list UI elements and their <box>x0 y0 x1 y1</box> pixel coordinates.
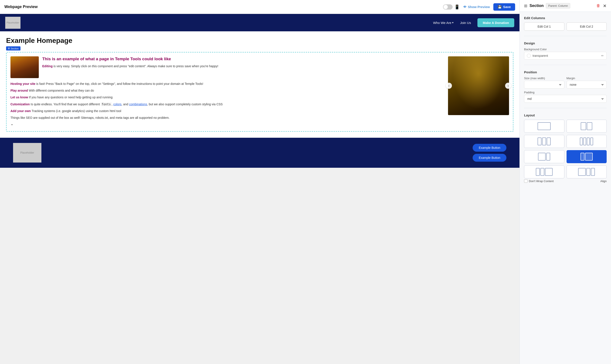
layout-left-wide-icon <box>538 153 550 161</box>
editing-paragraph: Editing is very easy. Simply click on th… <box>42 64 218 68</box>
size-select[interactable] <box>527 83 562 87</box>
edit-col1-button[interactable]: Edit Col 1 <box>524 22 564 31</box>
carousel-image <box>448 56 509 115</box>
margin-select[interactable]: none <box>569 83 604 87</box>
col-1 <box>581 122 586 130</box>
comma1: , <box>111 103 113 106</box>
col-4 <box>590 138 593 145</box>
page-heading: Example Homepage <box>6 37 513 45</box>
layout-right-wide[interactable] <box>567 150 607 163</box>
layout-four-col[interactable] <box>567 135 607 148</box>
col-3 <box>587 138 590 145</box>
layout-three-unequal-right[interactable] <box>567 165 607 178</box>
col-2 <box>583 138 586 145</box>
hosting-paragraph: Hosting your site is fast! Press "Back t… <box>11 81 444 87</box>
parent-badge: Parent: Column <box>546 3 570 9</box>
color-value: transparent <box>533 54 599 57</box>
padding-select[interactable]: md <box>527 97 604 101</box>
preview-toggle[interactable] <box>443 4 453 10</box>
dont-wrap-text: Don't Wrap Content <box>529 180 554 183</box>
col-1 <box>580 138 583 145</box>
customization-paragraph: Cutomization Is quite endless. You'll fi… <box>11 102 444 107</box>
eye-icon: 👁 <box>463 5 467 9</box>
layout-three-icon <box>538 138 551 145</box>
save-icon: 💾 <box>498 5 502 9</box>
carousel-next-button[interactable]: › <box>505 83 511 89</box>
section-left-col: This is an example of what a page in Tem… <box>11 56 444 127</box>
footer-button-2[interactable]: Example Button <box>473 154 506 162</box>
footer-buttons: Example Button Example Button <box>473 144 506 162</box>
site-footer: Placeholder Example Button Example Butto… <box>0 138 519 168</box>
wide-col <box>538 153 546 161</box>
col-1 <box>538 138 542 145</box>
color-circle[interactable] <box>527 54 531 58</box>
nav-link-who-we-are[interactable]: Who We Are ▾ <box>433 21 453 25</box>
col-3 <box>545 168 553 176</box>
right-panel: ⊞ Section Parent: Column 🗑 ✕ Edit Column… <box>519 0 611 364</box>
content-thumbnail <box>11 56 39 78</box>
hosting-highlight: Hosting your site <box>11 82 35 86</box>
customization-text1: Is quite endless. You'll find that we su… <box>30 103 101 106</box>
addyourown-paragraph: Add your own Tracking systems (i.e. goog… <box>11 108 444 114</box>
section-badge-label: Section <box>11 47 19 50</box>
customization-text2: , and <box>121 103 129 106</box>
divider-2 <box>524 65 607 65</box>
layout-single-col[interactable] <box>524 120 564 133</box>
nav-links: Who We Are ▾ Join Us Make A Donation <box>433 18 514 27</box>
site-logo: Placeholder <box>5 17 20 29</box>
donate-button[interactable]: Make A Donation <box>477 18 514 27</box>
edit-columns-section: Edit Columns Edit Col 1 Edit Col 2 <box>524 16 607 31</box>
list-item <box>15 122 444 127</box>
letusknow-paragraph: Let us know If you have any questions or… <box>11 95 444 100</box>
content-row-top: This is an example of what a page in Tem… <box>11 56 444 78</box>
editing-text: is very easy. Simply click on this compo… <box>53 65 218 68</box>
padding-input[interactable]: md <box>524 95 607 103</box>
margin-input[interactable]: none <box>567 81 607 89</box>
show-preview-button[interactable]: 👁 Show Preview <box>463 5 490 9</box>
layout-left-wide[interactable] <box>524 150 564 163</box>
dont-wrap-label[interactable]: Don't Wrap Content <box>524 179 554 183</box>
col-2 <box>586 168 590 176</box>
close-button[interactable]: ✕ <box>603 3 607 9</box>
thumbnail-image <box>11 56 39 78</box>
dont-wrap-row: Don't Wrap Content Align <box>524 179 607 183</box>
play-paragraph: Play around With different components an… <box>11 88 444 93</box>
section-heading: This is an example of what a page in Tem… <box>42 56 218 62</box>
addyourown-text: Tracking systems (i.e. google analytics)… <box>31 109 121 113</box>
layout-right-wide-icon <box>581 153 593 161</box>
divider-3 <box>524 108 607 108</box>
layout-three-unequal-right-icon <box>578 168 595 176</box>
size-input[interactable] <box>524 81 564 89</box>
letusknow-text: If you have any questions or need help g… <box>28 95 113 99</box>
layout-two-col[interactable] <box>567 120 607 133</box>
layout-three-unequal-left-icon <box>536 168 553 176</box>
design-title: Design <box>524 41 607 45</box>
left-panel: Webpage Preview 📱 👁 Show Preview 💾 Save … <box>0 0 519 364</box>
chevron-down-icon: ▾ <box>452 21 453 24</box>
footer-button-1[interactable]: Example Button <box>473 144 506 152</box>
layout-three-col[interactable] <box>524 135 564 148</box>
carousel-prev-button[interactable]: ‹ <box>446 83 452 89</box>
combinations-link[interactable]: combinations <box>129 103 147 106</box>
layout-three-unequal-left[interactable] <box>524 165 564 178</box>
pencil-icon[interactable]: ✏ <box>601 54 604 57</box>
carousel: ‹ › <box>448 56 509 115</box>
colors-link[interactable]: colors <box>113 103 121 106</box>
dont-wrap-checkbox[interactable] <box>524 179 528 183</box>
wide-col <box>585 153 593 161</box>
letusknow-highlight: Let us know <box>11 95 28 99</box>
nav-link-join-us[interactable]: Join Us <box>460 21 471 25</box>
panel-title-row: ⊞ Section Parent: Column <box>524 3 570 9</box>
section-dashed-border[interactable]: This is an example of what a page in Tem… <box>6 52 513 132</box>
customization-text3: , but we also support completely custom … <box>147 103 223 106</box>
footer-placeholder-text: Placeholder <box>20 151 34 154</box>
addyourown-highlight: Add your own <box>11 109 31 113</box>
save-button[interactable]: 💾 Save <box>493 3 515 11</box>
section-badge: ⊞ Section <box>6 46 20 51</box>
footer-logo-placeholder: Placeholder <box>13 143 42 163</box>
delete-button[interactable]: 🗑 <box>597 3 600 8</box>
layout-single-icon <box>538 122 551 130</box>
content-text-block: This is an example of what a page in Tem… <box>42 56 218 78</box>
col-3 <box>591 168 595 176</box>
edit-col2-button[interactable]: Edit Col 2 <box>567 22 607 31</box>
